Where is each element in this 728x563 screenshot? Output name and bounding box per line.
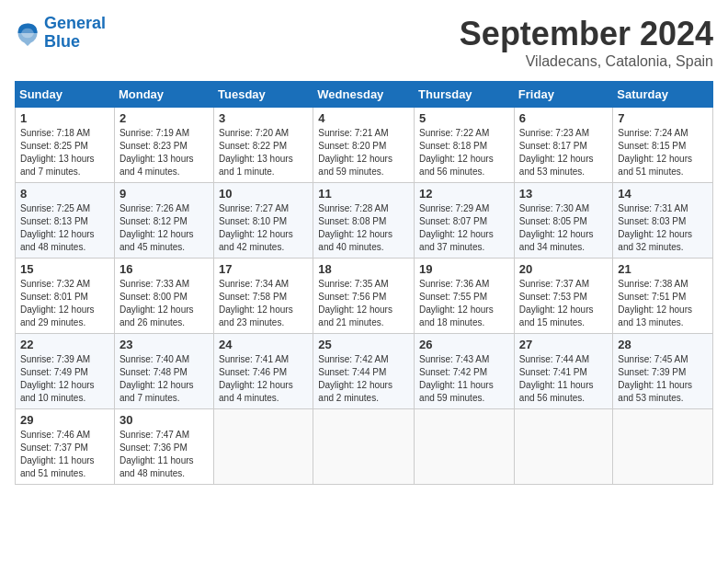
day-number: 28 <box>618 338 708 351</box>
table-row: 2Sunrise: 7:19 AMSunset: 8:23 PMDaylight… <box>114 108 213 183</box>
day-info: Sunrise: 7:45 AMSunset: 7:39 PMDaylight:… <box>618 353 708 405</box>
day-number: 27 <box>519 338 609 351</box>
day-info: Sunrise: 7:35 AMSunset: 7:56 PMDaylight:… <box>318 278 409 329</box>
day-info: Sunrise: 7:26 AMSunset: 8:12 PMDaylight:… <box>119 202 209 254</box>
table-row <box>415 409 515 485</box>
day-number: 5 <box>419 111 509 125</box>
day-info: Sunrise: 7:36 AMSunset: 7:55 PMDaylight:… <box>419 278 509 329</box>
day-number: 1 <box>20 111 109 125</box>
col-wednesday: Wednesday <box>313 82 415 108</box>
table-row: 20Sunrise: 7:37 AMSunset: 7:53 PMDayligh… <box>514 259 613 334</box>
day-info: Sunrise: 7:31 AMSunset: 8:03 PMDaylight:… <box>618 202 708 254</box>
day-number: 18 <box>318 262 409 276</box>
day-number: 29 <box>20 413 109 427</box>
day-info: Sunrise: 7:43 AMSunset: 7:42 PMDaylight:… <box>419 353 509 405</box>
day-info: Sunrise: 7:44 AMSunset: 7:41 PMDaylight:… <box>519 353 609 405</box>
table-row: 18Sunrise: 7:35 AMSunset: 7:56 PMDayligh… <box>313 259 415 334</box>
logo-text: General Blue <box>44 15 106 52</box>
calendar-week-row: 8Sunrise: 7:25 AMSunset: 8:13 PMDaylight… <box>16 183 713 259</box>
table-row: 22Sunrise: 7:39 AMSunset: 7:49 PMDayligh… <box>16 334 115 409</box>
day-number: 26 <box>419 338 509 351</box>
day-number: 16 <box>119 262 209 276</box>
day-info: Sunrise: 7:46 AMSunset: 7:37 PMDaylight:… <box>20 429 109 480</box>
day-info: Sunrise: 7:23 AMSunset: 8:17 PMDaylight:… <box>519 127 609 178</box>
table-row: 29Sunrise: 7:46 AMSunset: 7:37 PMDayligh… <box>16 409 115 485</box>
day-info: Sunrise: 7:33 AMSunset: 8:00 PMDaylight:… <box>119 278 209 329</box>
day-info: Sunrise: 7:37 AMSunset: 7:53 PMDaylight:… <box>519 278 609 329</box>
table-row: 23Sunrise: 7:40 AMSunset: 7:48 PMDayligh… <box>114 334 213 409</box>
day-info: Sunrise: 7:24 AMSunset: 8:15 PMDaylight:… <box>618 127 708 178</box>
calendar-header-row: Sunday Monday Tuesday Wednesday Thursday… <box>16 82 713 108</box>
col-tuesday: Tuesday <box>214 82 313 108</box>
table-row: 19Sunrise: 7:36 AMSunset: 7:55 PMDayligh… <box>415 259 515 334</box>
day-number: 15 <box>20 262 109 276</box>
calendar-week-row: 1Sunrise: 7:18 AMSunset: 8:25 PMDaylight… <box>16 108 713 183</box>
calendar-body: 1Sunrise: 7:18 AMSunset: 8:25 PMDaylight… <box>16 108 713 485</box>
day-info: Sunrise: 7:40 AMSunset: 7:48 PMDaylight:… <box>119 353 209 405</box>
table-row: 24Sunrise: 7:41 AMSunset: 7:46 PMDayligh… <box>214 334 313 409</box>
month-title: September 2024 <box>460 15 713 53</box>
table-row: 5Sunrise: 7:22 AMSunset: 8:18 PMDaylight… <box>415 108 515 183</box>
table-row <box>214 409 313 485</box>
table-row: 4Sunrise: 7:21 AMSunset: 8:20 PMDaylight… <box>313 108 415 183</box>
table-row: 7Sunrise: 7:24 AMSunset: 8:15 PMDaylight… <box>613 108 713 183</box>
day-info: Sunrise: 7:30 AMSunset: 8:05 PMDaylight:… <box>519 202 609 254</box>
calendar-table: Sunday Monday Tuesday Wednesday Thursday… <box>15 81 713 485</box>
day-info: Sunrise: 7:19 AMSunset: 8:23 PMDaylight:… <box>119 127 209 178</box>
table-row <box>613 409 713 485</box>
calendar-week-row: 15Sunrise: 7:32 AMSunset: 8:01 PMDayligh… <box>16 259 713 334</box>
day-info: Sunrise: 7:38 AMSunset: 7:51 PMDaylight:… <box>618 278 708 329</box>
day-info: Sunrise: 7:28 AMSunset: 8:08 PMDaylight:… <box>318 202 409 254</box>
title-block: September 2024 Viladecans, Catalonia, Sp… <box>460 15 713 70</box>
col-sunday: Sunday <box>16 82 115 108</box>
day-number: 19 <box>419 262 509 276</box>
page-header: General Blue September 2024 Viladecans, … <box>15 15 713 70</box>
day-number: 25 <box>318 338 409 351</box>
day-number: 10 <box>219 187 308 201</box>
day-info: Sunrise: 7:42 AMSunset: 7:44 PMDaylight:… <box>318 353 409 405</box>
day-info: Sunrise: 7:27 AMSunset: 8:10 PMDaylight:… <box>219 202 308 254</box>
day-number: 9 <box>119 187 209 201</box>
day-number: 24 <box>219 338 308 351</box>
col-thursday: Thursday <box>415 82 515 108</box>
day-info: Sunrise: 7:29 AMSunset: 8:07 PMDaylight:… <box>419 202 509 254</box>
day-number: 4 <box>318 111 409 125</box>
day-number: 30 <box>119 413 209 427</box>
col-saturday: Saturday <box>613 82 713 108</box>
day-info: Sunrise: 7:18 AMSunset: 8:25 PMDaylight:… <box>20 127 109 178</box>
logo-icon <box>15 20 40 46</box>
table-row: 17Sunrise: 7:34 AMSunset: 7:58 PMDayligh… <box>214 259 313 334</box>
table-row: 12Sunrise: 7:29 AMSunset: 8:07 PMDayligh… <box>415 183 515 259</box>
table-row: 15Sunrise: 7:32 AMSunset: 8:01 PMDayligh… <box>16 259 115 334</box>
calendar-week-row: 29Sunrise: 7:46 AMSunset: 7:37 PMDayligh… <box>16 409 713 485</box>
table-row: 9Sunrise: 7:26 AMSunset: 8:12 PMDaylight… <box>114 183 213 259</box>
day-number: 8 <box>20 187 109 201</box>
day-number: 11 <box>318 187 409 201</box>
day-number: 13 <box>519 187 609 201</box>
table-row: 25Sunrise: 7:42 AMSunset: 7:44 PMDayligh… <box>313 334 415 409</box>
table-row: 21Sunrise: 7:38 AMSunset: 7:51 PMDayligh… <box>613 259 713 334</box>
day-info: Sunrise: 7:47 AMSunset: 7:36 PMDaylight:… <box>119 429 209 480</box>
day-number: 6 <box>519 111 609 125</box>
day-info: Sunrise: 7:34 AMSunset: 7:58 PMDaylight:… <box>219 278 308 329</box>
day-info: Sunrise: 7:39 AMSunset: 7:49 PMDaylight:… <box>20 353 109 405</box>
col-friday: Friday <box>514 82 613 108</box>
day-number: 2 <box>119 111 209 125</box>
day-info: Sunrise: 7:21 AMSunset: 8:20 PMDaylight:… <box>318 127 409 178</box>
day-number: 22 <box>20 338 109 351</box>
table-row: 26Sunrise: 7:43 AMSunset: 7:42 PMDayligh… <box>415 334 515 409</box>
day-number: 3 <box>219 111 308 125</box>
logo: General Blue <box>15 15 106 52</box>
table-row: 6Sunrise: 7:23 AMSunset: 8:17 PMDaylight… <box>514 108 613 183</box>
table-row: 28Sunrise: 7:45 AMSunset: 7:39 PMDayligh… <box>613 334 713 409</box>
day-number: 20 <box>519 262 609 276</box>
table-row: 16Sunrise: 7:33 AMSunset: 8:00 PMDayligh… <box>114 259 213 334</box>
col-monday: Monday <box>114 82 213 108</box>
day-info: Sunrise: 7:25 AMSunset: 8:13 PMDaylight:… <box>20 202 109 254</box>
table-row: 13Sunrise: 7:30 AMSunset: 8:05 PMDayligh… <box>514 183 613 259</box>
table-row: 3Sunrise: 7:20 AMSunset: 8:22 PMDaylight… <box>214 108 313 183</box>
table-row: 1Sunrise: 7:18 AMSunset: 8:25 PMDaylight… <box>16 108 115 183</box>
table-row: 10Sunrise: 7:27 AMSunset: 8:10 PMDayligh… <box>214 183 313 259</box>
table-row: 14Sunrise: 7:31 AMSunset: 8:03 PMDayligh… <box>613 183 713 259</box>
day-info: Sunrise: 7:22 AMSunset: 8:18 PMDaylight:… <box>419 127 509 178</box>
